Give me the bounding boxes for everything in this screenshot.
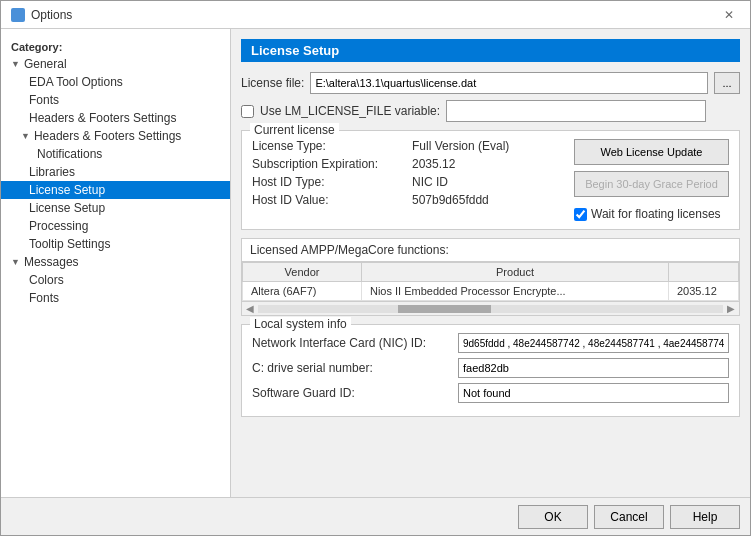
version-cell: 2035.12 [669,282,739,301]
sidebar-item-fonts2[interactable]: Fonts [1,289,230,307]
local-sys-group: Local system info Network Interface Card… [241,324,740,417]
sidebar-item-label: Processing [29,219,88,233]
sidebar-item-label: License Setup [29,183,105,197]
current-license-group: Current license License Type: Full Versi… [241,130,740,230]
product-cell: Nios II Embedded Processor Encrypte... [361,282,668,301]
host-id-type-row: Host ID Type: NIC ID [252,175,564,189]
help-button[interactable]: Help [670,505,740,529]
sidebar-item-label: Notifications [37,147,102,161]
sidebar-item-messages[interactable]: ▼ Messages [1,253,230,271]
sidebar-item-license-setup[interactable]: License Setup [1,181,230,199]
ok-button[interactable]: OK [518,505,588,529]
nic-row: Network Interface Card (NIC) ID: [252,333,729,353]
subscription-label: Subscription Expiration: [252,157,412,171]
subscription-value: 2035.12 [412,157,455,171]
scroll-track[interactable] [258,305,723,313]
panel-title: License Setup [241,39,740,62]
software-guard-row: Software Guard ID: [252,383,729,403]
expand-chevron: ▼ [11,257,20,267]
cdrive-row: C: drive serial number: [252,358,729,378]
sidebar-item-libraries[interactable]: Libraries [1,163,230,181]
sidebar-item-label: General [24,57,67,71]
license-type-value: Full Version (Eval) [412,139,509,153]
sidebar-item-label: Tooltip Settings [29,237,110,251]
wait-floating-label: Wait for floating licenses [591,207,721,221]
browse-button[interactable]: ... [714,72,740,94]
wait-floating-row: Wait for floating licenses [574,207,729,221]
sidebar-item-label: Headers & Footers Settings [34,129,181,143]
subscription-row: Subscription Expiration: 2035.12 [252,157,564,171]
window-title: Options [31,8,72,22]
expand-chevron: ▼ [11,59,20,69]
sidebar-item-processing[interactable]: Processing [1,217,230,235]
sidebar-item-label: Fonts [29,93,59,107]
category-label: Category: [1,37,230,55]
nic-label: Network Interface Card (NIC) ID: [252,336,452,350]
sidebar-item-tooltip-settings[interactable]: Tooltip Settings [1,235,230,253]
close-button[interactable]: ✕ [718,6,740,24]
sidebar-item-internet-connectivity[interactable]: ▼ Headers & Footers Settings [1,127,230,145]
licensed-table-container[interactable]: Vendor Product Altera (6AF7) Nios II Emb… [242,262,739,301]
sidebar-item-label: Fonts [29,291,59,305]
software-guard-label: Software Guard ID: [252,386,452,400]
sidebar-item-general[interactable]: ▼ General [1,55,230,73]
sidebar-item-preferred-text-editor[interactable]: License Setup [1,199,230,217]
app-icon [11,8,25,22]
title-bar: Options ✕ [1,1,750,29]
license-buttons: Web License Update Begin 30-day Grace Pe… [574,139,729,221]
use-lm-checkbox[interactable] [241,105,254,118]
license-file-input[interactable] [310,72,708,94]
table-row: Altera (6AF7) Nios II Embedded Processor… [243,282,739,301]
sidebar-item-headers-footers[interactable]: Headers & Footers Settings [1,109,230,127]
nic-input[interactable] [458,333,729,353]
license-info: License Type: Full Version (Eval) Subscr… [252,139,564,221]
lm-value-input[interactable] [446,100,706,122]
sidebar-item-label: License Setup [29,201,105,215]
current-license-layout: License Type: Full Version (Eval) Subscr… [252,139,729,221]
sidebar-item-label: Messages [24,255,79,269]
cdrive-input[interactable] [458,358,729,378]
col-product: Product [361,263,668,282]
software-guard-input[interactable] [458,383,729,403]
use-lm-label: Use LM_LICENSE_FILE variable: [260,104,440,118]
sidebar-item-fonts[interactable]: Fonts [1,91,230,109]
cancel-button[interactable]: Cancel [594,505,664,529]
sidebar-item-colors[interactable]: Colors [1,271,230,289]
license-file-row: License file: ... [241,72,740,94]
sidebar-item-label: EDA Tool Options [29,75,123,89]
current-license-legend: Current license [250,123,339,137]
licensed-ampp-group: Licensed AMPP/MegaCore functions: Vendor… [241,238,740,316]
licensed-ampp-title: Licensed AMPP/MegaCore functions: [242,239,739,262]
expand-chevron: ▼ [21,131,30,141]
host-id-value-row: Host ID Value: 507b9d65fddd [252,193,564,207]
sidebar-item-notifications[interactable]: Notifications [1,145,230,163]
sidebar-item-label: Headers & Footers Settings [29,111,176,125]
vendor-cell: Altera (6AF7) [243,282,362,301]
title-bar-left: Options [11,8,72,22]
table-scrollbar[interactable]: ◀ ▶ [242,301,739,315]
bottom-bar: OK Cancel Help [1,497,750,535]
license-file-label: License file: [241,76,304,90]
host-id-type-value: NIC ID [412,175,448,189]
col-vendor: Vendor [243,263,362,282]
grace-period-button[interactable]: Begin 30-day Grace Period [574,171,729,197]
options-window: Options ✕ Category: ▼ General EDA Tool O… [0,0,751,536]
cdrive-label: C: drive serial number: [252,361,452,375]
sidebar-item-label: Colors [29,273,64,287]
host-id-type-label: Host ID Type: [252,175,412,189]
host-id-value-label: Host ID Value: [252,193,412,207]
sidebar-item-label: Libraries [29,165,75,179]
sidebar: Category: ▼ General EDA Tool Options Fon… [1,29,231,497]
license-type-label: License Type: [252,139,412,153]
col-version [669,263,739,282]
license-type-row: License Type: Full Version (Eval) [252,139,564,153]
scroll-thumb [398,305,491,313]
local-sys-legend: Local system info [250,317,351,331]
sidebar-item-eda-tool-options[interactable]: EDA Tool Options [1,73,230,91]
host-id-value-value: 507b9d65fddd [412,193,489,207]
licensed-table: Vendor Product Altera (6AF7) Nios II Emb… [242,262,739,301]
wait-floating-checkbox[interactable] [574,208,587,221]
main-content: Category: ▼ General EDA Tool Options Fon… [1,29,750,497]
use-lm-row: Use LM_LICENSE_FILE variable: [241,100,740,122]
web-license-update-button[interactable]: Web License Update [574,139,729,165]
